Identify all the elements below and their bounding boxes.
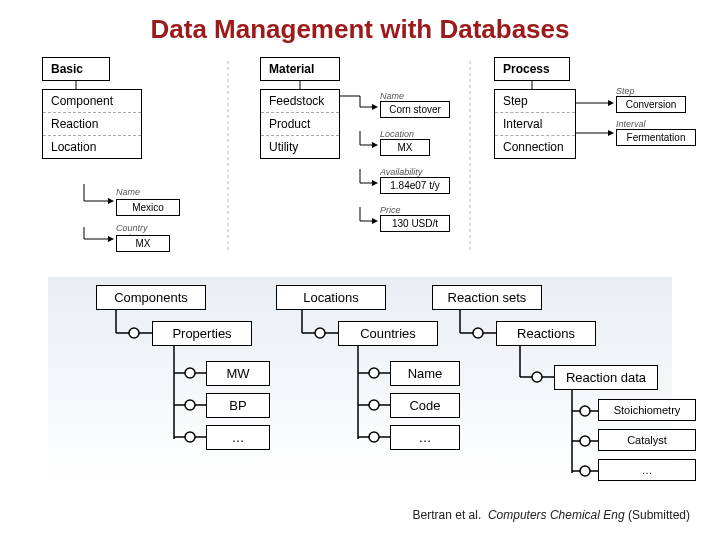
citation-status: (Submitted): [628, 508, 690, 522]
h1-components: Components: [96, 285, 206, 310]
h3c-catalyst: Catalyst: [598, 429, 696, 451]
basic-item-component: Component: [43, 90, 141, 113]
material-item-feedstock: Feedstock: [261, 90, 339, 113]
svg-marker-20: [608, 100, 614, 106]
citation-journal: Computers Chemical Eng: [488, 508, 625, 522]
h3b-more: …: [390, 425, 460, 450]
hierarchy-diagram: Components Locations Reaction sets Prope…: [0, 277, 720, 487]
top-connectors: [0, 51, 720, 271]
basic-item-reaction: Reaction: [43, 113, 141, 136]
top-diagram: Basic Component Reaction Location Name M…: [0, 51, 720, 261]
process-stack: Step Interval Connection: [494, 89, 576, 159]
material-header: Material: [260, 57, 340, 81]
h3a-bp: BP: [206, 393, 270, 418]
h2-properties: Properties: [152, 321, 252, 346]
h3b-code: Code: [390, 393, 460, 418]
material-price-value: 130 USD/t: [380, 215, 450, 232]
process-step-value: Conversion: [616, 96, 686, 113]
h3a-more: …: [206, 425, 270, 450]
h2-reactions: Reactions: [496, 321, 596, 346]
material-loc-value: MX: [380, 139, 430, 156]
svg-marker-23: [372, 142, 378, 148]
basic-code-value: MX: [116, 235, 170, 252]
svg-marker-21: [608, 130, 614, 136]
basic-stack: Component Reaction Location: [42, 89, 142, 159]
h3c-more: …: [598, 459, 696, 481]
material-stack: Feedstock Product Utility: [260, 89, 340, 159]
svg-marker-26: [108, 198, 114, 204]
h2-countries: Countries: [338, 321, 438, 346]
process-interval-value: Fermentation: [616, 129, 696, 146]
citation-authors: Bertran et al.: [413, 508, 482, 522]
slide-title: Data Management with Databases: [0, 0, 720, 51]
process-item-connection: Connection: [495, 136, 575, 158]
process-header: Process: [494, 57, 570, 81]
h3c-stoich: Stoichiometry: [598, 399, 696, 421]
basic-header: Basic: [42, 57, 110, 81]
basic-name-value: Mexico: [116, 199, 180, 216]
material-avail-label: Availability: [380, 167, 422, 177]
basic-item-location: Location: [43, 136, 141, 158]
process-item-interval: Interval: [495, 113, 575, 136]
svg-marker-24: [372, 180, 378, 186]
h3a-mw: MW: [206, 361, 270, 386]
h3c-reactiondata: Reaction data: [554, 365, 658, 390]
material-name-label: Name: [380, 91, 404, 101]
material-item-utility: Utility: [261, 136, 339, 158]
basic-name-label: Name: [116, 187, 140, 197]
material-price-label: Price: [380, 205, 401, 215]
svg-marker-22: [372, 104, 378, 110]
process-item-step: Step: [495, 90, 575, 113]
material-avail-value: 1.84e07 t/y: [380, 177, 450, 194]
svg-marker-25: [372, 218, 378, 224]
h3b-name: Name: [390, 361, 460, 386]
citation: Bertran et al. Computers Chemical Eng (S…: [413, 508, 690, 522]
h1-reactionsets: Reaction sets: [432, 285, 542, 310]
material-item-product: Product: [261, 113, 339, 136]
svg-marker-27: [108, 236, 114, 242]
h1-locations: Locations: [276, 285, 386, 310]
material-name-value: Corn stover: [380, 101, 450, 118]
material-loc-label: Location: [380, 129, 414, 139]
